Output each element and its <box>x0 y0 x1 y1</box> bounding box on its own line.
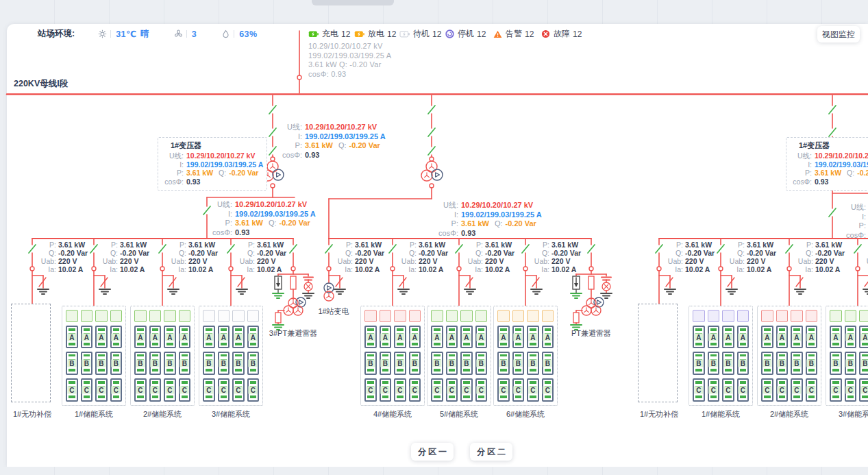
reactive-compensation-box[interactable] <box>638 304 678 402</box>
battery-cluster-a[interactable]: A <box>409 326 421 348</box>
battery-cluster-c[interactable]: C <box>134 378 147 402</box>
battery-cluster-c[interactable]: C <box>110 378 123 402</box>
battery-cluster-c[interactable]: C <box>149 378 162 402</box>
legend-item-alarm[interactable]: 告警12 <box>493 28 534 40</box>
battery-cluster-b[interactable]: B <box>460 352 473 375</box>
battery-cluster-a[interactable]: A <box>179 326 191 348</box>
battery-cluster-b[interactable]: B <box>81 352 93 375</box>
battery-cluster-b[interactable]: B <box>761 352 773 375</box>
battery-cluster-a[interactable]: A <box>722 326 734 348</box>
battery-cluster-a[interactable]: A <box>830 326 842 348</box>
storage-system[interactable]: AAAABBBBCCCC <box>199 306 263 406</box>
zone-one-button[interactable]: 分区一 <box>411 443 454 461</box>
battery-cluster-b[interactable]: B <box>776 352 789 375</box>
battery-cluster-a[interactable]: A <box>542 326 554 348</box>
battery-cluster-a[interactable]: A <box>845 326 857 348</box>
battery-cluster-a[interactable]: A <box>149 326 162 348</box>
battery-cluster-b[interactable]: B <box>179 352 191 375</box>
battery-cluster-a[interactable]: A <box>164 326 176 348</box>
battery-cluster-b[interactable]: B <box>380 352 392 375</box>
battery-cluster-c[interactable]: C <box>722 378 734 402</box>
battery-cluster-a[interactable]: A <box>247 326 260 348</box>
battery-cluster-a[interactable]: A <box>364 326 377 348</box>
battery-cluster-c[interactable]: C <box>830 378 842 402</box>
battery-cluster-b[interactable]: B <box>394 352 406 375</box>
battery-cluster-b[interactable]: B <box>830 352 842 375</box>
battery-cluster-b[interactable]: B <box>737 352 749 375</box>
battery-cluster-a[interactable]: A <box>380 326 392 348</box>
storage-system[interactable]: AAAABBBBCCCC <box>62 306 126 406</box>
battery-cluster-c[interactable]: C <box>232 378 245 402</box>
battery-cluster-b[interactable]: B <box>806 352 818 375</box>
battery-cluster-c[interactable]: C <box>791 378 803 402</box>
battery-cluster-a[interactable]: A <box>791 326 803 348</box>
storage-system[interactable]: AAAABBBBCCCC <box>826 306 868 406</box>
battery-cluster-c[interactable]: C <box>497 378 510 402</box>
battery-cluster-a[interactable]: A <box>806 326 818 348</box>
battery-cluster-b[interactable]: B <box>542 352 554 375</box>
battery-cluster-c[interactable]: C <box>179 378 191 402</box>
battery-cluster-b[interactable]: B <box>364 352 377 375</box>
battery-cluster-b[interactable]: B <box>218 352 230 375</box>
battery-cluster-c[interactable]: C <box>542 378 554 402</box>
storage-system[interactable]: AAAABBBBCCCC <box>689 306 753 406</box>
battery-cluster-a[interactable]: A <box>497 326 510 348</box>
battery-cluster-c[interactable]: C <box>708 378 720 402</box>
battery-cluster-a[interactable]: A <box>761 326 773 348</box>
legend-item-discharge[interactable]: 放电12 <box>354 28 396 40</box>
battery-cluster-a[interactable]: A <box>134 326 147 348</box>
battery-cluster-c[interactable]: C <box>394 378 406 402</box>
battery-cluster-a[interactable]: A <box>203 326 215 348</box>
battery-cluster-a[interactable]: A <box>859 326 868 348</box>
battery-cluster-a[interactable]: A <box>110 326 123 348</box>
battery-cluster-c[interactable]: C <box>431 378 443 402</box>
battery-cluster-b[interactable]: B <box>134 352 147 375</box>
storage-system[interactable]: AAAABBBBCCCC <box>757 306 821 406</box>
battery-cluster-a[interactable]: A <box>693 326 705 348</box>
storage-system[interactable]: AAAABBBBCCCC <box>130 306 195 406</box>
battery-cluster-b[interactable]: B <box>431 352 443 375</box>
reactive-compensation-box[interactable] <box>11 304 51 402</box>
battery-cluster-a[interactable]: A <box>475 326 488 348</box>
battery-cluster-c[interactable]: C <box>164 378 176 402</box>
battery-cluster-c[interactable]: C <box>81 378 93 402</box>
battery-cluster-a[interactable]: A <box>737 326 749 348</box>
battery-cluster-b[interactable]: B <box>149 352 162 375</box>
battery-cluster-c[interactable]: C <box>218 378 230 402</box>
battery-cluster-b[interactable]: B <box>66 352 78 375</box>
battery-cluster-b[interactable]: B <box>475 352 488 375</box>
battery-cluster-b[interactable]: B <box>527 352 539 375</box>
battery-cluster-b[interactable]: B <box>512 352 525 375</box>
battery-cluster-b[interactable]: B <box>203 352 215 375</box>
battery-cluster-a[interactable]: A <box>66 326 78 348</box>
battery-cluster-a[interactable]: A <box>81 326 93 348</box>
battery-cluster-a[interactable]: A <box>446 326 458 348</box>
battery-cluster-c[interactable]: C <box>527 378 539 402</box>
battery-cluster-b[interactable]: B <box>446 352 458 375</box>
battery-cluster-a[interactable]: A <box>512 326 525 348</box>
battery-cluster-c[interactable]: C <box>845 378 857 402</box>
legend-item-standby[interactable]: 待机12 <box>399 28 441 40</box>
battery-cluster-b[interactable]: B <box>164 352 176 375</box>
battery-cluster-c[interactable]: C <box>761 378 773 402</box>
storage-system[interactable]: AAAABBBBCCCC <box>427 306 491 406</box>
storage-system[interactable]: AAAABBBBCCCC <box>493 306 558 406</box>
battery-cluster-a[interactable]: A <box>394 326 406 348</box>
view-monitor-button[interactable]: 视图监控 <box>817 26 860 42</box>
battery-cluster-a[interactable]: A <box>95 326 108 348</box>
battery-cluster-b[interactable]: B <box>232 352 245 375</box>
battery-cluster-c[interactable]: C <box>446 378 458 402</box>
battery-cluster-c[interactable]: C <box>460 378 473 402</box>
battery-cluster-c[interactable]: C <box>859 378 868 402</box>
battery-cluster-a[interactable]: A <box>708 326 720 348</box>
battery-cluster-b[interactable]: B <box>859 352 868 375</box>
battery-cluster-c[interactable]: C <box>247 378 260 402</box>
battery-cluster-c[interactable]: C <box>95 378 108 402</box>
battery-cluster-b[interactable]: B <box>693 352 705 375</box>
battery-cluster-c[interactable]: C <box>66 378 78 402</box>
battery-cluster-b[interactable]: B <box>708 352 720 375</box>
battery-cluster-b[interactable]: B <box>497 352 510 375</box>
battery-cluster-b[interactable]: B <box>722 352 734 375</box>
battery-cluster-c[interactable]: C <box>512 378 525 402</box>
battery-cluster-a[interactable]: A <box>218 326 230 348</box>
